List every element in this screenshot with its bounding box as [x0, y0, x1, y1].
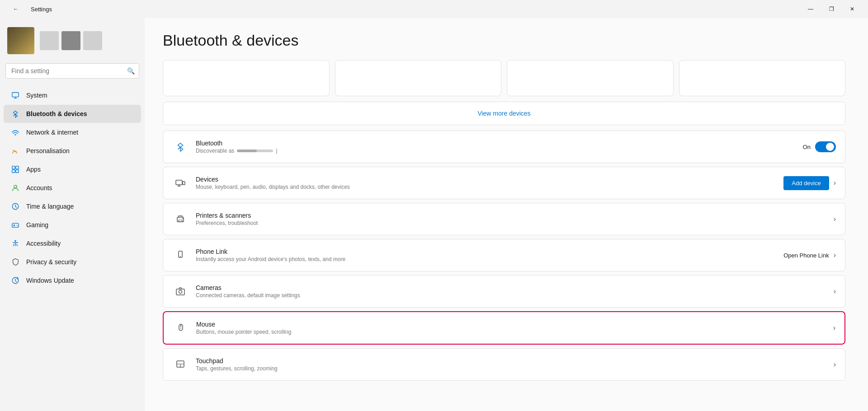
svg-rect-14: [177, 217, 184, 222]
close-button[interactable]: ✕: [842, 2, 863, 16]
touchpad-icon: [172, 356, 189, 373]
devices-title: Devices: [196, 176, 776, 183]
minimize-button[interactable]: —: [800, 2, 821, 16]
gaming-icon: [11, 220, 20, 229]
view-more-bar[interactable]: View more devices: [163, 102, 845, 125]
back-button[interactable]: ←: [5, 2, 26, 16]
sidebar: 🔍 System: [0, 18, 145, 411]
printers-row[interactable]: Printers & scanners Preferences, trouble…: [163, 203, 845, 235]
sidebar-item-apps[interactable]: Apps: [4, 160, 141, 178]
cameras-row[interactable]: Cameras Connected cameras, default image…: [163, 276, 845, 307]
phone-link-row[interactable]: Phone Link Instantly access your Android…: [163, 239, 845, 271]
search-input[interactable]: [5, 63, 139, 79]
cameras-title: Cameras: [196, 284, 826, 291]
svg-point-22: [180, 328, 181, 329]
svg-rect-2: [12, 166, 15, 169]
touchpad-text: Touchpad Taps, gestures, scrolling, zoom…: [196, 357, 826, 372]
sidebar-item-accounts[interactable]: Accounts: [4, 179, 141, 197]
device-card-2: [335, 60, 502, 96]
sidebar-item-gaming[interactable]: Gaming: [4, 216, 141, 234]
view-more-link[interactable]: View more devices: [477, 110, 530, 117]
bluetooth-toggle[interactable]: [815, 141, 836, 152]
svg-rect-4: [12, 170, 15, 173]
printers-chevron: ›: [834, 215, 836, 223]
mouse-chevron: ›: [833, 324, 835, 332]
touchpad-desc: Taps, gestures, scrolling, zooming: [196, 365, 826, 372]
svg-point-16: [182, 218, 183, 219]
maximize-button[interactable]: ❐: [821, 2, 842, 16]
sidebar-label-network: Network & internet: [26, 129, 78, 136]
sidebar-item-personalisation[interactable]: Personalisation: [4, 142, 141, 160]
search-icon: 🔍: [127, 67, 135, 75]
bluetooth-row[interactable]: Bluetooth Discoverable as | On: [163, 131, 845, 163]
printers-icon: [172, 211, 189, 227]
mouse-text: Mouse Buttons, mouse pointer speed, scro…: [196, 321, 826, 335]
bluetooth-section: Bluetooth Discoverable as | On: [163, 131, 845, 163]
sidebar-item-bluetooth[interactable]: Bluetooth & devices: [4, 105, 141, 123]
devices-action: Add device ›: [783, 176, 836, 190]
devices-icon: [172, 175, 189, 191]
personalisation-icon: [11, 146, 20, 155]
sidebar-item-accessibility[interactable]: Accessibility: [4, 234, 141, 252]
printers-title: Printers & scanners: [196, 212, 826, 219]
devices-text: Devices Mouse, keyboard, pen, audio, dis…: [196, 176, 776, 190]
sidebar-label-apps: Apps: [26, 166, 41, 173]
window-controls: — ❐ ✕: [800, 2, 863, 16]
privacy-icon: [11, 257, 20, 266]
main-content: Bluetooth & devices View more devices: [145, 18, 868, 411]
svg-point-18: [180, 256, 181, 257]
phone-link-action: Open Phone Link ›: [783, 251, 836, 259]
search-box: 🔍: [5, 63, 139, 79]
sidebar-label-windows-update: Windows Update: [26, 277, 74, 284]
bluetooth-text: Bluetooth Discoverable as |: [196, 140, 796, 154]
mouse-row[interactable]: Mouse Buttons, mouse pointer speed, scro…: [164, 312, 844, 344]
profile-img-2: [61, 31, 80, 50]
sidebar-item-privacy[interactable]: Privacy & security: [4, 253, 141, 271]
device-card-1: [163, 60, 330, 96]
sidebar-item-windows-update[interactable]: Windows Update: [4, 271, 141, 290]
devices-desc: Mouse, keyboard, pen, audio, displays an…: [196, 184, 776, 190]
windows-update-icon: [11, 276, 20, 285]
svg-point-10: [14, 240, 16, 242]
bluetooth-action: On: [803, 141, 836, 152]
devices-row[interactable]: Devices Mouse, keyboard, pen, audio, dis…: [163, 167, 845, 199]
printers-text: Printers & scanners Preferences, trouble…: [196, 212, 826, 226]
mouse-title: Mouse: [196, 321, 826, 328]
device-cards: [163, 60, 845, 96]
bluetooth-desc: Discoverable as |: [196, 148, 796, 154]
network-icon: [11, 128, 20, 137]
sidebar-item-time[interactable]: Time & language: [4, 197, 141, 215]
sidebar-label-personalisation: Personalisation: [26, 147, 70, 154]
add-device-button[interactable]: Add device: [783, 176, 829, 190]
devices-chevron: ›: [834, 179, 836, 187]
time-icon: [11, 202, 20, 211]
svg-rect-0: [12, 93, 19, 97]
svg-point-9: [17, 225, 18, 226]
mouse-desc: Buttons, mouse pointer speed, scrolling: [196, 329, 826, 335]
app-title: Settings: [31, 6, 52, 13]
page-title: Bluetooth & devices: [163, 32, 845, 49]
app-body: 🔍 System: [0, 18, 868, 411]
profile-section: [0, 23, 145, 63]
sidebar-label-system: System: [26, 92, 47, 99]
bluetooth-setting-icon: [172, 139, 189, 155]
sidebar-item-network[interactable]: Network & internet: [4, 123, 141, 141]
sidebar-label-gaming: Gaming: [26, 221, 48, 229]
cameras-action: ›: [834, 287, 836, 295]
devices-section: Devices Mouse, keyboard, pen, audio, dis…: [163, 167, 845, 199]
title-bar: ← Settings — ❐ ✕: [0, 0, 868, 18]
sidebar-label-bluetooth: Bluetooth & devices: [26, 110, 87, 117]
touchpad-action: ›: [834, 360, 836, 369]
phone-link-icon: [172, 247, 189, 263]
discoverable-fill: [237, 149, 257, 152]
cameras-icon: [172, 283, 189, 299]
svg-point-6: [14, 185, 17, 188]
mouse-action: ›: [833, 324, 835, 332]
touchpad-section: Touchpad Taps, gestures, scrolling, zoom…: [163, 348, 845, 381]
sidebar-item-system[interactable]: System: [4, 86, 141, 104]
svg-rect-12: [176, 180, 182, 185]
touchpad-row[interactable]: Touchpad Taps, gestures, scrolling, zoom…: [163, 349, 845, 380]
printers-desc: Preferences, troubleshoot: [196, 220, 826, 226]
sidebar-label-accounts: Accounts: [26, 184, 52, 191]
touchpad-title: Touchpad: [196, 357, 826, 364]
